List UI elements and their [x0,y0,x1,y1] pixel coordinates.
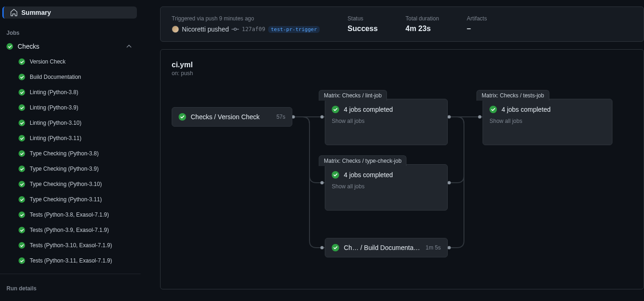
sidebar-job-item[interactable]: Tests (Python-3.8, Exasol-7.1.9) [0,208,141,221]
check-icon [19,104,25,111]
node-time: 57s [277,114,285,120]
sidebar-job-item-label: Version Check [30,57,65,66]
sidebar-job-item-label: Type Checking (Python-3.8) [30,149,99,158]
matrix-type-summary: 4 jobs completed [344,171,393,179]
stat-duration-value: 4m 23s [406,25,439,33]
trigger-text: Triggered via push 9 minutes ago [172,15,320,22]
chevron-up-icon [126,43,132,50]
avatar[interactable] [172,26,179,33]
sidebar-job-item[interactable]: Build Documentation [0,70,141,83]
graph-node-version-check[interactable]: Checks / Version Check 57s [172,107,292,127]
stat-artifacts: Artifacts – [467,15,487,33]
graph-matrix-typecheck[interactable]: Matrix: Checks / type-check-job 4 jobs c… [325,164,448,211]
sidebar-job-item-label: Type Checking (Python-3.9) [30,164,99,173]
check-icon [332,171,339,179]
svg-point-0 [234,28,237,31]
sidebar-summary-label: Summary [21,9,51,16]
sidebar-job-item[interactable]: Linting (Python-3.11) [0,132,141,145]
matrix-type-tab: Matrix: Checks / type-check-job [319,155,406,166]
sidebar-job-item[interactable]: Tests (Python-3.11, Exasol-7.1.9) [0,254,141,267]
sidebar-job-item-label: Type Checking (Python-3.11) [30,195,102,204]
sidebar: Summary Jobs Checks Version CheckBuild D… [0,0,141,301]
check-icon [489,106,497,113]
sidebar-job-item-label: Linting (Python-3.11) [30,134,81,143]
check-icon [19,196,25,203]
sidebar-job-item[interactable]: Linting (Python-3.10) [0,116,141,129]
stat-duration: Total duration 4m 23s [406,15,439,33]
sidebar-summary[interactable]: Summary [2,6,137,19]
commit-icon [232,26,239,33]
check-icon [19,58,25,65]
sidebar-job-item[interactable]: Type Checking (Python-3.8) [0,147,141,160]
check-icon [19,135,25,141]
stat-status: Status Success [348,15,378,33]
sidebar-job-item[interactable]: Linting (Python-3.8) [0,86,141,99]
check-icon [6,43,13,50]
stat-duration-label: Total duration [406,15,439,22]
sidebar-job-item-label: Tests (Python-3.9, Exasol-7.1.9) [30,225,109,235]
matrix-lint-show-all[interactable]: Show all jobs [332,118,441,124]
check-icon [19,227,25,233]
matrix-tests-summary: 4 jobs completed [502,106,551,113]
check-icon [19,74,25,80]
sidebar-job-list: Version CheckBuild DocumentationLinting … [0,55,141,267]
sidebar-run-details-heading: Run details [6,285,141,292]
check-icon [19,89,25,96]
check-icon [179,113,186,121]
check-icon [19,150,25,157]
node-label: Checks / Version Check [191,113,272,121]
check-icon [332,106,339,113]
workflow-event: on: push [172,70,632,77]
matrix-lint-tab: Matrix: Checks / lint-job [319,90,387,101]
branch-tag[interactable]: test-pr-trigger [268,26,320,33]
node-label: Ch… / Build Documentation [344,244,421,251]
sidebar-job-item[interactable]: Type Checking (Python-3.11) [0,193,141,206]
sidebar-jobs-heading: Jobs [6,30,141,36]
check-icon [19,211,25,218]
sidebar-job-item[interactable]: Tests (Python-3.9, Exasol-7.1.9) [0,224,141,237]
sidebar-job-group[interactable]: Checks [0,40,141,53]
check-icon [332,244,339,251]
commit-sha[interactable]: 127af09 [242,26,265,32]
check-icon [19,181,25,187]
stat-status-label: Status [348,15,378,22]
graph-node-build-docs[interactable]: Ch… / Build Documentation 1m 5s [325,238,448,257]
sidebar-job-item[interactable]: Version Check [0,55,141,68]
matrix-lint-summary: 4 jobs completed [344,106,393,113]
matrix-tests-show-all[interactable]: Show all jobs [489,118,605,124]
run-header-card: Triggered via push 9 minutes ago Nicoret… [160,6,644,42]
check-icon [19,120,25,126]
sidebar-job-item[interactable]: Linting (Python-3.9) [0,101,141,114]
stat-artifacts-value: – [467,25,487,33]
sidebar-job-item-label: Build Documentation [30,72,81,82]
stat-artifacts-label: Artifacts [467,15,487,22]
sidebar-job-item[interactable]: Type Checking (Python-3.9) [0,162,141,175]
house-icon [10,9,18,16]
check-icon [19,242,25,249]
node-time: 1m 5s [425,244,441,251]
graph-matrix-lint[interactable]: Matrix: Checks / lint-job 4 jobs complet… [325,99,448,145]
sidebar-job-item-label: Tests (Python-3.10, Exasol-7.1.9) [30,241,112,250]
workflow-graph-panel: ci.yml on: push Checks / Ve [160,49,644,289]
sidebar-job-item-label: Linting (Python-3.9) [30,103,78,112]
sidebar-job-group-label: Checks [18,43,121,50]
sidebar-job-item[interactable]: Tests (Python-3.10, Exasol-7.1.9) [0,239,141,252]
sidebar-job-item-label: Linting (Python-3.8) [30,88,78,97]
sidebar-job-item-label: Linting (Python-3.10) [30,118,81,128]
main-panel: Triggered via push 9 minutes ago Nicoret… [141,0,644,301]
sidebar-job-item[interactable]: Type Checking (Python-3.10) [0,178,141,191]
sidebar-job-item-label: Type Checking (Python-3.10) [30,179,102,189]
matrix-tests-tab: Matrix: Checks / tests-job [477,90,549,101]
workflow-file-name[interactable]: ci.yml [172,61,632,69]
sidebar-job-item-label: Tests (Python-3.11, Exasol-7.1.9) [30,256,112,265]
stat-status-value: Success [348,25,378,33]
graph-matrix-tests[interactable]: Matrix: Checks / tests-job 4 jobs comple… [483,99,612,145]
check-icon [19,166,25,172]
matrix-type-show-all[interactable]: Show all jobs [332,183,441,190]
check-icon [19,257,25,264]
sidebar-job-item-label: Tests (Python-3.8, Exasol-7.1.9) [30,210,109,219]
actor-text[interactable]: Nicoretti pushed [182,26,229,33]
